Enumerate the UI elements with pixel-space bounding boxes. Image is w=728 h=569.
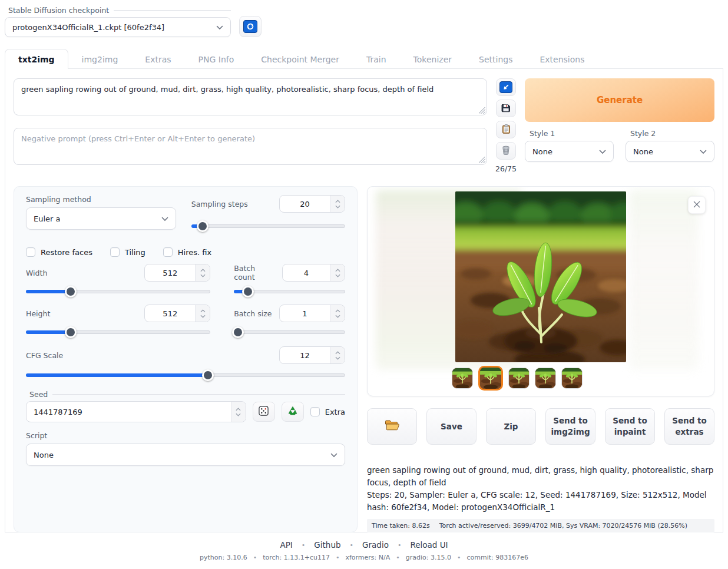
footer-link-gradio[interactable]: Gradio <box>362 540 389 550</box>
extra-seed-checkbox[interactable]: Extra <box>310 407 345 416</box>
style1-value: None <box>532 147 552 156</box>
negative-prompt-input[interactable] <box>14 128 487 165</box>
slider-track <box>26 330 210 334</box>
tab[interactable]: Extensions <box>526 49 598 69</box>
prompt-input[interactable]: green sapling rowing out of ground, mud,… <box>14 78 487 115</box>
stepper[interactable] <box>330 264 345 281</box>
cfg-scale-input[interactable]: 12 <box>279 346 345 364</box>
send-to-extras-button[interactable]: Send to extras <box>664 408 714 445</box>
clear-prompt-button[interactable] <box>496 142 516 160</box>
read-params-button[interactable] <box>496 78 516 96</box>
txt2img-panel: green sapling rowing out of ground, mud,… <box>5 69 723 532</box>
gallery-thumbnail[interactable] <box>508 368 530 389</box>
style2-dropdown[interactable]: None <box>626 141 714 162</box>
reuse-seed-button[interactable] <box>282 402 304 422</box>
random-seed-button[interactable] <box>253 402 275 422</box>
gallery-thumbnail[interactable] <box>478 366 503 391</box>
send-to-inpaint-button[interactable]: Send to inpaint <box>605 408 655 445</box>
slider-handle[interactable] <box>65 326 77 338</box>
stepper[interactable] <box>195 264 210 281</box>
version-item: gradio: 3.15.0 <box>406 554 451 561</box>
checkpoint-value: protogenX34OfficialR_1.ckpt [60fe2f34] <box>12 23 164 32</box>
tab[interactable]: Tokenizer <box>400 49 465 69</box>
stepper[interactable] <box>195 305 210 322</box>
save-button[interactable]: Save <box>426 408 476 445</box>
width-slider[interactable] <box>26 286 210 297</box>
batch-size-slider[interactable] <box>234 326 345 338</box>
slider-handle[interactable] <box>202 369 214 381</box>
output-column: Save Zip Send to img2img Send to inpaint… <box>367 186 714 532</box>
slider-handle[interactable] <box>242 286 254 297</box>
tab[interactable]: Extras <box>131 49 184 69</box>
footer-link-api[interactable]: API <box>280 540 292 550</box>
apply-style-button[interactable] <box>496 121 516 138</box>
tab[interactable]: Train <box>353 49 400 69</box>
footer-link-github[interactable]: Github <box>314 540 340 550</box>
seed-label: Seed <box>29 390 345 399</box>
stepper[interactable] <box>231 402 246 422</box>
height-slider[interactable] <box>26 326 210 338</box>
prompt-row: green sapling rowing out of ground, mud,… <box>14 78 714 173</box>
checkbox[interactable]: Tiling <box>110 247 145 257</box>
version-item: xformers: N/A <box>345 554 390 561</box>
seed-value: 1441787169 <box>27 402 231 422</box>
open-folder-button[interactable] <box>367 408 417 445</box>
height-input[interactable]: 512 <box>144 305 210 322</box>
negative-prompt-wrap <box>14 128 487 165</box>
footer-link-reload-ui[interactable]: Reload UI <box>410 540 448 550</box>
checkbox-box[interactable] <box>310 407 320 416</box>
script-dropdown[interactable]: None <box>26 444 345 466</box>
resize-grip[interactable] <box>479 107 485 114</box>
sampling-steps-slider[interactable] <box>191 220 345 231</box>
close-image-button[interactable] <box>688 196 706 214</box>
tab[interactable]: Settings <box>465 49 526 69</box>
generate-button[interactable]: Generate <box>525 78 714 122</box>
slider-handle[interactable] <box>197 220 209 232</box>
sampling-method-group: Sampling method Euler a <box>26 195 176 231</box>
tab[interactable]: Checkpoint Merger <box>247 49 353 69</box>
checkpoint-row: Stable Diffusion checkpoint protogenX34O… <box>5 6 723 37</box>
stepper[interactable] <box>330 196 345 212</box>
save-style-button[interactable] <box>496 100 516 117</box>
zip-button[interactable]: Zip <box>486 408 536 445</box>
height-value: 512 <box>145 305 195 322</box>
clipboard-icon <box>502 124 511 135</box>
width-value: 512 <box>145 264 195 281</box>
checkbox-box[interactable] <box>110 247 120 257</box>
checkpoint-dropdown[interactable]: protogenX34OfficialR_1.ckpt [60fe2f34] <box>5 17 231 37</box>
gallery-thumbnail[interactable] <box>452 368 473 389</box>
batch-count-input[interactable]: 4 <box>282 264 345 282</box>
version-item: python: 3.10.6 <box>200 554 247 561</box>
tab[interactable]: PNG Info <box>185 49 248 69</box>
resize-grip[interactable] <box>479 157 485 163</box>
style1-dropdown[interactable]: None <box>525 141 614 162</box>
checkbox[interactable]: Hires. fix <box>163 247 211 257</box>
batch-size-input[interactable]: 1 <box>279 305 345 322</box>
batch-count-group: Batch count 4 <box>234 264 345 297</box>
sampling-method-dropdown[interactable]: Euler a <box>26 207 176 230</box>
sampling-steps-input[interactable]: 20 <box>279 195 345 213</box>
slider-handle[interactable] <box>232 326 244 338</box>
tab[interactable]: img2img <box>68 49 132 69</box>
gallery-thumbnail[interactable] <box>561 368 583 389</box>
seed-input[interactable]: 1441787169 <box>26 401 246 422</box>
sd-webui-page: Stable Diffusion checkpoint protogenX34O… <box>0 0 728 569</box>
style1-label: Style 1 <box>530 129 614 138</box>
send-to-img2img-button[interactable]: Send to img2img <box>545 408 595 445</box>
cfg-scale-slider[interactable] <box>26 369 345 381</box>
refresh-checkpoint-button[interactable] <box>239 16 262 37</box>
stepper[interactable] <box>330 305 345 322</box>
batch-count-slider[interactable] <box>234 286 345 297</box>
gallery-thumbnail[interactable] <box>535 368 556 389</box>
tab[interactable]: txt2img <box>5 49 68 69</box>
checkbox-box[interactable] <box>26 247 35 257</box>
width-input[interactable]: 512 <box>144 264 210 282</box>
generated-image[interactable] <box>455 191 626 362</box>
checkbox-box[interactable] <box>163 247 173 257</box>
slider-handle[interactable] <box>65 286 77 297</box>
checkbox[interactable]: Restore faces <box>26 247 92 257</box>
stepper[interactable] <box>330 347 345 363</box>
info-prompt: green sapling rowing out of ground, mud,… <box>367 464 714 489</box>
sampling-steps-group: Sampling steps 20 <box>191 195 345 231</box>
style2-label: Style 2 <box>630 129 714 138</box>
